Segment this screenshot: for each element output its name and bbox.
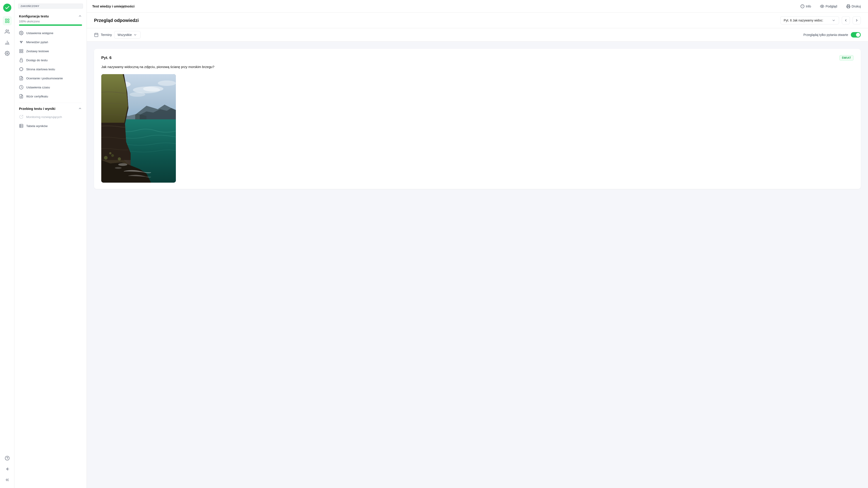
- status-badge: ZAKOŃCZONY: [18, 4, 83, 8]
- svg-point-4: [6, 30, 7, 31]
- nav-icon-people[interactable]: [3, 27, 12, 36]
- settings-icon: [19, 31, 24, 35]
- question-number-row: Pyt. 6 ŚWIAT: [101, 55, 854, 61]
- question-text: Jak nazywamy widoczną na zdjęciu, pionow…: [101, 64, 854, 70]
- sidebar-item-zestawy[interactable]: Zestawy testowe: [17, 47, 84, 56]
- print-icon: [846, 4, 850, 8]
- progress-row: 100% ukończono: [17, 20, 84, 29]
- terms-filter-button[interactable]: Wszystkie: [114, 31, 141, 39]
- svg-point-47: [158, 81, 176, 86]
- sidebar-item-label: Ustawienia czasu: [26, 86, 50, 89]
- scroll-area: Pyt. 6 ŚWIAT Jak nazywamy widoczną na zd…: [87, 41, 868, 488]
- topbar: Test wiedzy i umiejętności Info Podgląd: [87, 0, 868, 13]
- prev-button[interactable]: [842, 16, 850, 24]
- sidebar-item-certyfikat[interactable]: Wzór certyfikatu: [17, 92, 84, 101]
- chevron-right-icon: [855, 18, 859, 22]
- svg-rect-38: [95, 33, 98, 37]
- progress-label: 100% ukończono: [19, 20, 82, 23]
- svg-point-50: [104, 156, 107, 160]
- results-section-title: Przebieg testu i wyniki: [19, 107, 55, 111]
- main-content: Test wiedzy i umiejętności Info Podgląd: [87, 0, 868, 488]
- question-tag: ŚWIAT: [839, 55, 854, 61]
- sidebar-item-tabela-wynikow[interactable]: Tabela wyników: [17, 121, 84, 130]
- progress-bar-bg: [19, 24, 82, 26]
- questions-icon: [19, 40, 24, 44]
- chevron-down-icon: [832, 18, 836, 22]
- sidebar-item-label: Dostęp do testu: [26, 59, 48, 62]
- preview-button[interactable]: Podgląd: [818, 3, 839, 10]
- results-table-icon: [19, 124, 24, 128]
- chevron-left-icon: [844, 18, 848, 22]
- topbar-title: Test wiedzy i umiejętności: [92, 4, 134, 8]
- results-section-header[interactable]: Przebieg testu i wyniki: [17, 105, 84, 112]
- app-logo[interactable]: [3, 4, 11, 12]
- content-header: Przegląd odpowiedzi Pyt. 6 Jak nazywamy …: [87, 13, 868, 28]
- question-selector[interactable]: Pyt. 6 Jak nazywamy widoc:: [780, 16, 839, 24]
- svg-point-54: [118, 163, 127, 166]
- next-button[interactable]: [852, 16, 861, 24]
- svg-rect-21: [20, 52, 21, 53]
- filter-right: Przeglądaj tylko pytania otwarte: [803, 32, 861, 37]
- svg-point-52: [118, 157, 121, 160]
- sidebar-item-monitoring[interactable]: Monitoring rozwiązujących: [17, 112, 84, 121]
- svg-rect-37: [847, 6, 849, 8]
- svg-point-28: [21, 96, 22, 97]
- sidebar-item-dostep[interactable]: Dostęp do testu: [17, 56, 84, 65]
- eye-icon: [820, 4, 824, 8]
- sidebar-item-label: Ustawienia wstępne: [26, 31, 53, 35]
- grading-icon: [19, 76, 24, 81]
- calendar-icon: [94, 33, 98, 37]
- sidebar-item-ocenianie[interactable]: Ocenianie i podsumowanie: [17, 74, 84, 83]
- sets-icon: [19, 49, 24, 53]
- collapse-icon: [78, 14, 82, 18]
- nav-icon-chart[interactable]: [3, 38, 12, 47]
- content-title: Przegląd odpowiedzi: [94, 18, 139, 23]
- open-questions-label: Przeglądaj tylko pytania otwarte: [803, 33, 848, 37]
- nav-icon-grid[interactable]: [3, 16, 12, 25]
- sidebar-item-label: Strona startowa testu: [26, 68, 55, 71]
- print-button[interactable]: Drukuj: [844, 3, 863, 10]
- svg-rect-19: [20, 50, 21, 51]
- svg-rect-0: [5, 19, 6, 20]
- nav-icon-back[interactable]: [3, 464, 12, 474]
- sidebar: ZAKOŃCZONY Konfiguracja testu 100% ukońc…: [14, 0, 87, 488]
- svg-rect-23: [20, 60, 23, 62]
- certificate-icon: [19, 94, 24, 98]
- sidebar-item-label: Zestawy testowe: [26, 50, 49, 53]
- sidebar-item-menedzer-pytan[interactable]: Menedżer pytań: [17, 37, 84, 47]
- sidebar-item-ustawienia-wstepne[interactable]: Ustawienia wstępne: [17, 29, 84, 37]
- start-page-icon: [19, 67, 24, 71]
- open-questions-toggle[interactable]: [851, 32, 861, 37]
- config-section-header[interactable]: Konfiguracja testu: [17, 12, 84, 20]
- terms-label: Terminy: [101, 33, 112, 37]
- icon-bar: [0, 0, 14, 488]
- terms-value: Wszystkie: [118, 33, 132, 37]
- svg-point-9: [6, 53, 8, 54]
- svg-point-36: [822, 6, 823, 7]
- svg-rect-20: [22, 50, 23, 51]
- nav-icon-gear[interactable]: [3, 49, 12, 58]
- svg-rect-2: [5, 21, 6, 23]
- sidebar-divider: [19, 102, 82, 103]
- sidebar-item-label: Monitoring rozwiązujących: [26, 115, 62, 119]
- sidebar-item-label: Tabela wyników: [26, 124, 48, 128]
- monitoring-icon: [19, 115, 24, 119]
- cliff-svg: [101, 74, 176, 183]
- svg-point-55: [115, 167, 122, 169]
- config-section-title: Konfiguracja testu: [19, 14, 49, 18]
- nav-icon-question[interactable]: [3, 454, 12, 463]
- svg-rect-29: [20, 124, 23, 128]
- collapse-results-icon: [78, 106, 82, 111]
- sidebar-item-czas[interactable]: Ustawienia czasu: [17, 83, 84, 92]
- question-image: [101, 74, 176, 183]
- sidebar-item-strona-startowa[interactable]: Strona startowa testu: [17, 65, 84, 74]
- info-button[interactable]: Info: [799, 3, 813, 10]
- filter-bar: Terminy Wszystkie Przeglądaj tylko pytan…: [87, 28, 868, 41]
- content-header-right: Pyt. 6 Jak nazywamy widoc:: [780, 16, 861, 24]
- svg-rect-1: [7, 19, 9, 20]
- nav-icon-collapse[interactable]: [3, 475, 12, 484]
- svg-point-13: [21, 33, 22, 34]
- info-label: Info: [806, 4, 811, 8]
- question-selector-text: Pyt. 6 Jak nazywamy widoc:: [784, 19, 823, 22]
- question-number: Pyt. 6: [101, 56, 112, 60]
